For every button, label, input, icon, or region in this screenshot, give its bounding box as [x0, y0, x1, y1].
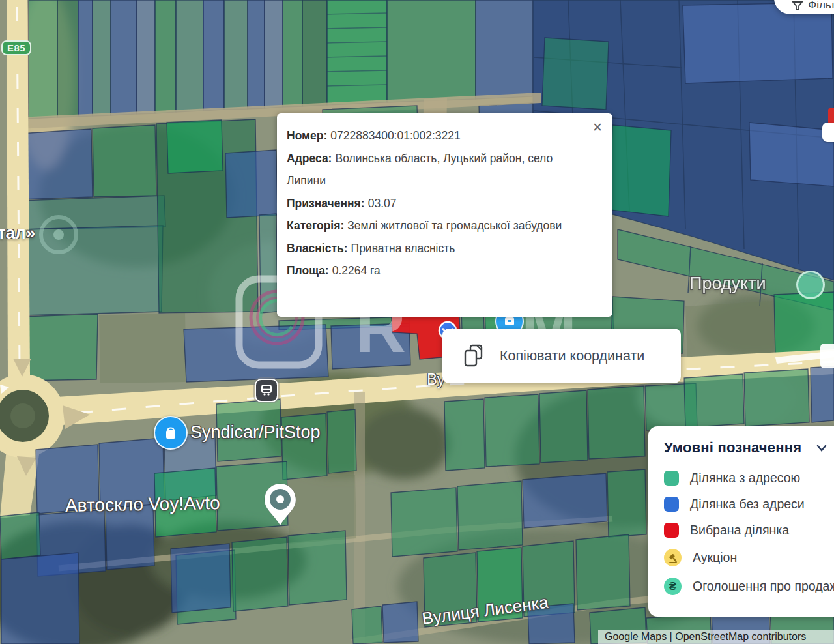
filter-button[interactable]: Фільтр: [774, 0, 834, 14]
popup-field-number: Номер:0722883400:01:002:3221: [287, 124, 593, 147]
green-parcel-swatch: [664, 471, 679, 486]
chevron-down-icon[interactable]: [813, 439, 830, 456]
copy-coordinates-button[interactable]: Копіювати координати: [442, 329, 681, 383]
popup-close-button[interactable]: ✕: [592, 122, 603, 134]
road-badge-e85: E85: [1, 40, 31, 55]
map-label-syndicar: Syndicar/PitStop: [190, 422, 321, 443]
legend-panel: Умовні позначення Ділянка з адресою Діля…: [648, 426, 834, 617]
transit-station-marker[interactable]: [255, 379, 278, 402]
legend-title: Умовні позначення: [664, 439, 801, 456]
white-edge-control-road[interactable]: [820, 344, 834, 368]
auction-gavel-icon: [664, 549, 682, 566]
copy-icon: [462, 343, 485, 369]
white-edge-control-upper[interactable]: [822, 123, 834, 142]
legend-item-parcel-without-address: Ділянка без адреси: [664, 497, 834, 512]
teal-poi-marker[interactable]: [796, 271, 825, 299]
legend-item-parcel-with-address: Ділянка з адресою: [664, 471, 834, 486]
hryvnia-icon: ₴: [664, 578, 682, 595]
map-label-partial-left: тал»: [0, 223, 35, 243]
map-label-produkty: Продукти: [689, 274, 766, 294]
parcel-info-popup: ✕ Номер:0722883400:01:002:3221 Адреса:Во…: [277, 113, 612, 317]
legend-item-auction: Аукціон: [664, 549, 834, 566]
legend-item-selected-parcel: Вибрана ділянка: [664, 523, 834, 538]
popup-field-purpose: Призначення:03.07: [287, 192, 593, 215]
popup-field-category: Категорія:Землі житлової та громадської …: [287, 214, 593, 237]
shopping-bag-icon: [162, 424, 179, 441]
filter-funnel-icon: [792, 0, 803, 12]
map-label-avtosklo: Автоскло Voy!Avto: [65, 493, 220, 516]
map-app-viewport: тал» Ву Syndicar/PitStop Автоскло Voy!Av…: [0, 0, 834, 644]
popup-field-ownership: Власність:Приватна власність: [287, 237, 593, 260]
popup-field-area: Площа:0.2264 га: [287, 259, 593, 282]
popup-field-address: Адреса:Волинська область, Луцький район,…: [287, 147, 593, 192]
legend-item-sale-announcement: ₴ Оголошення про продаж: [664, 578, 834, 595]
voyavto-pin-marker[interactable]: [263, 482, 297, 528]
blue-parcel-swatch: [664, 497, 679, 512]
syndicar-poi-marker[interactable]: [154, 416, 188, 450]
red-parcel-swatch: [664, 523, 679, 538]
bus-icon: [259, 383, 274, 398]
map-attribution: Google Maps | OpenStreetMap contributors: [598, 630, 834, 644]
